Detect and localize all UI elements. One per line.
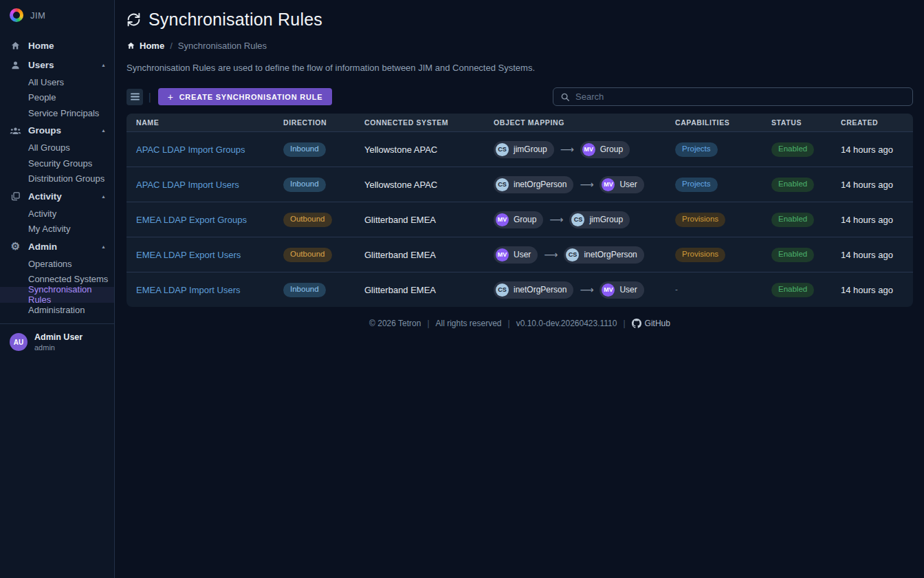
chevron-up-icon[interactable]: ▲ [101,244,106,249]
chevron-up-icon[interactable]: ▲ [101,194,106,199]
breadcrumb-current: Synchronisation Rules [178,41,267,51]
sync-icon [126,12,141,27]
page-title: Synchronisation Rules [148,10,322,30]
sidebar-item-activity[interactable]: Activity ▲ [0,186,114,206]
main-content: Synchronisation Rules Home / Synchronisa… [116,0,924,578]
direction-badge: Inbound [283,142,326,157]
nav-label: Home [28,41,54,51]
rule-name-link[interactable]: EMEA LDAP Export Users [136,250,241,260]
direction-badge: Inbound [283,283,326,297]
app-logo[interactable]: JIM [0,0,114,29]
rule-name-link[interactable]: APAC LDAP Import Groups [136,144,245,155]
chevron-up-icon[interactable]: ▲ [101,63,106,67]
table-row: APAC LDAP Import Users Inbound Yellowsto… [126,167,913,202]
mapping-chip: CSinetOrgPerson [494,281,573,299]
table-header-row: NAME DIRECTION CONNECTED SYSTEM OBJECT M… [126,114,913,131]
home-icon [10,41,21,51]
github-link[interactable]: GitHub [632,319,670,328]
footer-version: v0.10.0-dev.20260423.1110 [516,319,617,328]
sidebar-item-security-groups[interactable]: Security Groups [0,156,114,171]
sidebar-item-admin[interactable]: ⚙ Admin ▲ [0,237,114,256]
sidebar-item-synchronisation-rules[interactable]: Synchronisation Rules [0,287,114,303]
search-box[interactable] [553,87,913,106]
created-time: 14 hours ago [841,285,913,295]
sidebar-item-people[interactable]: People [0,90,114,106]
table-row: EMEA LDAP Import Users Inbound Glitterba… [126,272,913,307]
hamburger-icon [131,93,140,100]
mapping-chip: CSjimGroup [569,211,630,228]
capability-badge: Projects [675,178,718,192]
breadcrumb-home-link[interactable]: Home [126,41,164,51]
capability-badge: - [675,283,685,297]
sidebar-item-all-groups[interactable]: All Groups [0,140,114,156]
arrow-right-icon: ⟶ [544,249,558,260]
arrow-right-icon: ⟶ [560,144,574,155]
nav-label: Admin [28,242,57,252]
chevron-up-icon[interactable]: ▲ [101,128,106,133]
connected-system: Glitterband EMEA [364,285,494,295]
user-name: Admin User [34,332,82,342]
direction-badge: Outbound [283,248,332,262]
status-badge: Enabled [771,142,814,157]
column-header-capabilities[interactable]: CAPABILITIES [675,118,771,127]
column-header-status[interactable]: STATUS [771,118,841,127]
home-icon [126,41,135,50]
layers-icon [10,191,21,202]
footer-separator: | [427,319,429,328]
sidebar-item-operations[interactable]: Operations [0,256,114,272]
rule-name-link[interactable]: EMEA LDAP Export Groups [136,215,247,225]
status-badge: Enabled [771,283,814,297]
column-header-name[interactable]: NAME [136,118,283,127]
sidebar-item-my-activity[interactable]: My Activity [0,222,114,237]
search-input[interactable] [575,92,905,102]
capability-badge: Provisions [675,213,725,227]
mapping-chip: CSinetOrgPerson [494,176,573,193]
footer-rights: All rights reserved [436,319,502,328]
gear-icon: ⚙ [10,240,21,253]
capability-badge: Provisions [675,248,725,262]
mapping-chip: MVUser [600,281,644,299]
mapping-chip: MVGroup [494,211,543,228]
column-header-object-mapping[interactable]: OBJECT MAPPING [494,118,675,127]
mapping-chip: CSinetOrgPerson [564,246,644,264]
create-synchronisation-rule-button[interactable]: + CREATE SYNCHRONISATION RULE [158,88,333,105]
table-menu-button[interactable] [126,89,143,105]
sidebar-item-distribution-groups[interactable]: Distribution Groups [0,171,114,187]
footer-copyright: © 2026 Tetron [369,319,421,328]
mapping-chip: CSjimGroup [494,141,554,158]
nav-label: Users [28,60,54,70]
sidebar-item-home[interactable]: Home [0,36,114,55]
column-header-created[interactable]: CREATED [841,118,913,127]
footer: © 2026 Tetron | All rights reserved | v0… [126,319,913,328]
column-header-connected-system[interactable]: CONNECTED SYSTEM [364,118,494,127]
avatar: AU [10,333,28,351]
toolbar-divider: | [148,92,151,103]
table-row: EMEA LDAP Export Groups Outbound Glitter… [126,202,913,237]
footer-separator: | [508,319,510,328]
user-profile[interactable]: AU Admin User admin [0,324,114,360]
toolbar: | + CREATE SYNCHRONISATION RULE [126,87,913,106]
created-time: 14 hours ago [841,250,913,260]
breadcrumb: Home / Synchronisation Rules [126,41,913,51]
groups-icon [10,125,21,136]
sidebar-item-activity-log[interactable]: Activity [0,206,114,222]
rule-name-link[interactable]: APAC LDAP Import Users [136,180,239,190]
table-row: APAC LDAP Import Groups Inbound Yellowst… [126,131,913,167]
arrow-right-icon: ⟶ [549,214,563,225]
sidebar-nav: Home Users ▲ All Users People Service Pr… [0,36,114,318]
capability-badge: Projects [675,142,718,157]
sidebar-item-users[interactable]: Users ▲ [0,55,114,74]
column-header-direction[interactable]: DIRECTION [283,118,364,127]
status-badge: Enabled [771,178,814,192]
connected-system: Yellowstone APAC [364,180,494,190]
nav-label: Activity [28,191,62,202]
sidebar-item-service-principals[interactable]: Service Principals [0,105,114,121]
sidebar-item-all-users[interactable]: All Users [0,74,114,90]
created-time: 14 hours ago [841,180,913,190]
rule-name-link[interactable]: EMEA LDAP Import Users [136,285,240,295]
status-badge: Enabled [771,248,814,262]
object-mapping: CSinetOrgPerson ⟶ MVUser [494,176,675,193]
github-icon [632,319,641,328]
sidebar-item-groups[interactable]: Groups ▲ [0,121,114,140]
breadcrumb-separator: / [170,41,173,51]
